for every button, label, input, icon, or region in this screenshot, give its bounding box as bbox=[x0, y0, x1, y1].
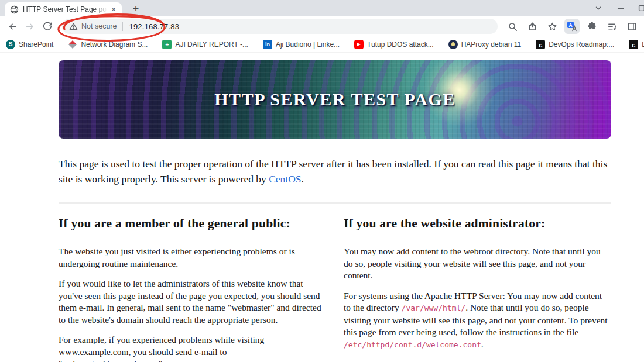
svg-text:A: A bbox=[568, 22, 572, 28]
diagram-icon bbox=[68, 40, 77, 49]
public-column-heading: If you are a member of the general publi… bbox=[59, 216, 326, 231]
browser-tab[interactable]: HTTP Server Test Page powered ✕ bbox=[5, 2, 122, 16]
tab-title: HTTP Server Test Page powered bbox=[23, 5, 109, 13]
text-segment: If you would like to let the administrat… bbox=[59, 278, 321, 325]
code-text: /etc/httpd/conf.d/welcome.conf bbox=[344, 340, 481, 349]
sharepoint-icon: S bbox=[6, 40, 15, 49]
not-secure-warning-icon bbox=[69, 22, 78, 31]
bookmark-sharepoint[interactable]: S SharePoint bbox=[6, 40, 53, 49]
side-panel-icon[interactable] bbox=[624, 19, 639, 34]
tab-search-chevron-icon[interactable] bbox=[590, 0, 607, 16]
bookmark-network-diagram[interactable]: Network Diagram S... bbox=[68, 40, 148, 49]
bookmark-label: HAProxy debian 11 bbox=[461, 40, 522, 49]
bookmark-linkedin[interactable]: in Aji Budiono | Linke... bbox=[263, 40, 340, 49]
youtube-icon bbox=[354, 40, 364, 49]
media-controls-icon[interactable] bbox=[604, 19, 619, 34]
paragraph: If you would like to let the administrat… bbox=[59, 278, 326, 326]
search-icon[interactable] bbox=[505, 19, 520, 34]
roadmap-icon: r. bbox=[629, 40, 638, 49]
bookmark-label: SharePoint bbox=[19, 40, 53, 49]
admin-column: If you are the website administrator: Yo… bbox=[344, 216, 611, 362]
paragraph: For systems using the Apache HTTP Server… bbox=[344, 290, 611, 351]
extensions-puzzle-icon[interactable] bbox=[584, 19, 600, 34]
haproxy-icon bbox=[448, 40, 458, 49]
bookmark-label: Network Diagram S... bbox=[81, 40, 148, 49]
bookmark-youtube[interactable]: Tutup DDOS attack... bbox=[354, 40, 434, 49]
public-column: If you are a member of the general publi… bbox=[59, 216, 326, 362]
code-text: /var/www/html/ bbox=[402, 304, 466, 312]
intro-paragraph: This page is used to test the proper ope… bbox=[59, 157, 611, 187]
reload-button[interactable] bbox=[40, 19, 55, 34]
text-segment: . bbox=[481, 339, 484, 349]
text-segment: This page is used to test the proper ope… bbox=[59, 158, 607, 185]
bookmark-aji-daily-report[interactable]: + AJI DAILY REPORT -... bbox=[162, 40, 248, 49]
browser-toolbar: Not secure 192.168.77.83 A bbox=[0, 16, 644, 36]
bookmark-label: Tutup DDOS attack... bbox=[367, 40, 434, 49]
google-sheets-icon: + bbox=[162, 40, 172, 49]
text-segment: For example, if you experienced problems… bbox=[59, 335, 264, 362]
admin-column-heading: If you are the website administrator: bbox=[344, 216, 611, 231]
bookmark-label: Aji Budiono | Linke... bbox=[276, 40, 340, 49]
bookmark-docker-roadmap[interactable]: r. Docker Roadmap -... bbox=[629, 40, 644, 49]
bookmark-star-icon[interactable] bbox=[544, 19, 560, 34]
paragraph: For example, if you experienced problems… bbox=[59, 334, 326, 362]
bookmark-devops-roadmap[interactable]: r. DevOps Roadmap:... bbox=[536, 40, 614, 49]
tab-strip: HTTP Server Test Page powered ✕ + bbox=[0, 0, 644, 16]
globe-favicon-icon bbox=[10, 5, 19, 14]
maximize-button[interactable] bbox=[633, 0, 644, 16]
paragraph: You may now add content to the webroot d… bbox=[344, 246, 611, 282]
banner-title: HTTP SERVER TEST PAGE bbox=[59, 89, 611, 109]
section-divider bbox=[59, 202, 611, 204]
text-segment: . bbox=[302, 173, 304, 185]
text-segment: The website you just visited is either e… bbox=[59, 246, 295, 268]
translate-extension-icon[interactable]: A bbox=[564, 19, 580, 34]
text-segment: For systems using NGINX: You should now … bbox=[344, 360, 581, 362]
bookmark-label: AJI DAILY REPORT -... bbox=[175, 40, 248, 49]
centos-link[interactable]: CentOS bbox=[269, 173, 301, 185]
linkedin-icon: in bbox=[263, 40, 272, 49]
test-page-banner: HTTP SERVER TEST PAGE bbox=[59, 60, 611, 139]
bookmark-label: DevOps Roadmap:... bbox=[549, 40, 614, 49]
omnibox-divider bbox=[122, 22, 123, 31]
web-page-viewport: HTTP SERVER TEST PAGE This page is used … bbox=[0, 53, 644, 362]
forward-button[interactable] bbox=[22, 19, 37, 34]
security-chip-label[interactable]: Not secure bbox=[81, 22, 117, 30]
share-icon[interactable] bbox=[525, 19, 540, 34]
paragraph: The website you just visited is either e… bbox=[59, 246, 326, 270]
url-text[interactable]: 192.168.77.83 bbox=[129, 22, 179, 31]
paragraph: For systems using NGINX: You should now … bbox=[344, 359, 611, 362]
tab-close-icon[interactable]: ✕ bbox=[109, 5, 118, 14]
minimize-button[interactable] bbox=[612, 0, 629, 16]
address-bar[interactable]: Not secure 192.168.77.83 bbox=[62, 19, 498, 34]
new-tab-button[interactable]: + bbox=[129, 3, 143, 16]
roadmap-icon: r. bbox=[536, 40, 545, 49]
bookmark-label: Docker Roadmap -... bbox=[642, 40, 644, 49]
bookmarks-bar: S SharePoint Network Diagram S... + AJI … bbox=[0, 36, 644, 53]
text-segment: You may now add content to the webroot d… bbox=[344, 246, 601, 280]
bookmark-haproxy[interactable]: HAProxy debian 11 bbox=[448, 40, 522, 49]
back-button[interactable] bbox=[5, 19, 20, 34]
